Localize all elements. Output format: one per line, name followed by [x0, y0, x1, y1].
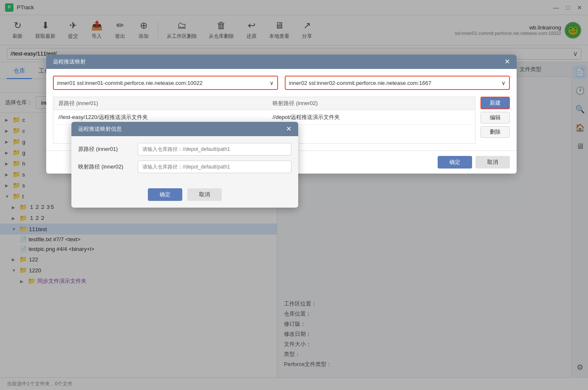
- mapping-dialog-footer: 确定 取消: [71, 185, 298, 208]
- source-path-label: 原路径 (inner01): [78, 145, 133, 153]
- chevron-down-icon: ∨: [501, 80, 506, 86]
- target-path-input[interactable]: [138, 161, 291, 173]
- delete-mapping-button[interactable]: 删除: [480, 126, 510, 138]
- chevron-down-icon: ∨: [270, 80, 274, 86]
- dialog-source-path: //test-easy/1220/远程推送演示文件夹: [58, 113, 256, 121]
- dialog-table-header: 原路径 (inner01) 映射路径 (inner02): [53, 97, 475, 110]
- remote-push-dialog-header: 远程推送映射 ✕: [46, 55, 517, 69]
- remote-push-cancel-button[interactable]: 取消: [475, 156, 510, 169]
- dialog-source-col-header: 原路径 (inner01): [58, 100, 256, 107]
- mapping-confirm-button[interactable]: 确定: [148, 188, 182, 201]
- mapping-cancel-button[interactable]: 取消: [187, 188, 222, 201]
- target-path-row: 映射路径 (inner02): [78, 161, 291, 173]
- mapping-dialog-close[interactable]: ✕: [286, 126, 291, 132]
- dialog-left-repo-select[interactable]: inner01 ssl:inner01-commit.perforce.nie.…: [53, 76, 278, 90]
- target-path-label: 映射路径 (inner02): [78, 163, 133, 171]
- dialog-right-repo-select[interactable]: inner02 ssl:inner02-commit.perforce.nie.…: [285, 76, 510, 90]
- mapping-dialog: 远程推送映射信息 ✕ 原路径 (inner01) 映射路径 (inner02) …: [71, 122, 298, 208]
- dialog-target-path: //depot/远程推送演示文件夹: [256, 113, 470, 121]
- mapping-dialog-header: 远程推送映射信息 ✕: [71, 122, 298, 136]
- remote-push-confirm-button[interactable]: 确定: [438, 156, 472, 169]
- remote-push-dialog-close[interactable]: ✕: [504, 58, 510, 65]
- dialog-target-col-header: 映射路径 (inner02): [256, 100, 470, 107]
- new-mapping-button[interactable]: 新建: [480, 97, 510, 109]
- source-path-row: 原路径 (inner01): [78, 143, 291, 155]
- remote-push-dialog-title: 远程推送映射: [53, 58, 86, 66]
- dialog-action-buttons: 新建 编辑 删除: [480, 97, 510, 144]
- source-path-input[interactable]: [138, 143, 291, 155]
- mapping-dialog-body: 原路径 (inner01) 映射路径 (inner02): [71, 136, 298, 185]
- mapping-dialog-title: 远程推送映射信息: [78, 125, 122, 133]
- dialog-repos-row: inner01 ssl:inner01-commit.perforce.nie.…: [53, 76, 510, 90]
- edit-mapping-button[interactable]: 编辑: [480, 112, 510, 124]
